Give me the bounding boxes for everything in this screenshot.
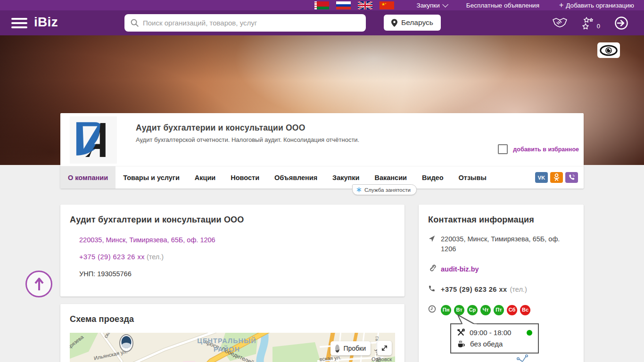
topbar-free-ads-label: Бесплатные объявления (466, 2, 539, 9)
favorite-label: добавить в избранное (513, 146, 579, 153)
header-icons: 0 (552, 10, 628, 35)
open-status-dot (527, 330, 532, 336)
company-card: Аудит бухгалтерии и консультации ООО Ауд… (60, 113, 584, 189)
search-input[interactable] (143, 19, 360, 27)
tab-reviews[interactable]: Отзывы (451, 166, 494, 189)
topbar-free-ads-link[interactable]: Бесплатные объявления (466, 2, 539, 9)
decorative-sketch (515, 354, 534, 362)
login-icon[interactable] (614, 16, 628, 30)
traffic-label: Пробки (343, 345, 366, 352)
day-fri[interactable]: Пт (494, 305, 504, 315)
views-eye-icon[interactable] (597, 42, 620, 58)
expand-icon (381, 345, 388, 352)
plus-icon: + (559, 1, 563, 9)
partners-handshake-icon[interactable] (552, 17, 568, 29)
map-title: Схема проезда (70, 314, 395, 324)
left-column: Аудит бухгалтерии и консультации ООО 220… (60, 205, 405, 362)
add-to-favorites[interactable]: добавить в избранное (498, 144, 579, 154)
day-thu[interactable]: Чт (480, 305, 491, 315)
contact-phone-suffix: (тел.) (510, 285, 527, 295)
topbar-add-organization-label: Добавить организацию (566, 2, 634, 9)
website-link[interactable]: audit-biz.by (441, 264, 479, 274)
contact-address-row: 220035, Минск, Тимирязева, 65Б, оф. 1206 (428, 234, 574, 254)
company-head: Аудит бухгалтерии и консультации ООО Ауд… (60, 113, 584, 166)
contact-phone[interactable]: +375 (29) 623 26 xx (441, 285, 507, 295)
language-flags: ★★ (314, 1, 394, 9)
day-sun[interactable]: Вс (520, 305, 530, 315)
clock-icon (428, 304, 441, 316)
hamburger-menu-button[interactable] (11, 18, 27, 28)
russia-flag[interactable] (336, 1, 351, 9)
day-mon[interactable]: Пн (441, 305, 451, 315)
about-unp: УНП: 193055766 (79, 270, 395, 278)
working-hours: 09:00 - 18:00 (470, 329, 511, 337)
location-selector-button[interactable]: Беларусь (384, 15, 441, 31)
svg-text:ЦЕНТРАЛЬНЫЙ: ЦЕНТРАЛЬНЫЙ (197, 337, 256, 345)
tools-icon (457, 329, 465, 337)
company-tabs: О компании Товары и услуги Акции Новости… (60, 166, 584, 189)
location-label: Беларусь (401, 18, 433, 27)
chevron-down-icon (442, 1, 448, 8)
phone-icon (428, 284, 441, 295)
route-map[interactable]: Тимирязева ская ул. Ильянская ул. просп.… (70, 333, 395, 362)
contact-website-row: audit-biz.by (428, 263, 574, 275)
tab-about[interactable]: О компании (60, 166, 116, 189)
china-flag[interactable]: ★★ (380, 1, 394, 9)
topbar-procurement-link[interactable]: Закупки (417, 2, 446, 9)
search-bar (124, 14, 366, 32)
tab-video[interactable]: Видео (414, 166, 451, 189)
svg-text:Орловск: Орловск (372, 356, 392, 362)
topbar-add-organization-link[interactable]: + Добавить организацию (559, 1, 634, 9)
navigation-arrow-icon (428, 234, 441, 254)
svg-text:Га: Га (374, 336, 380, 341)
favorites-stars-icon[interactable]: 0 (582, 16, 600, 30)
link-icon (428, 263, 441, 275)
schedule-row: Пн Вт Ср Чт Пт Сб Вс (428, 304, 574, 316)
contact-title: Контактная информация (428, 215, 574, 225)
employment-service-label: Служба занятости (364, 187, 411, 193)
scroll-to-top-button[interactable] (25, 271, 52, 297)
tab-news[interactable]: Новости (223, 166, 267, 189)
lunch-label: без обеда (470, 340, 503, 348)
day-sat[interactable]: Сб (507, 305, 517, 315)
map-card: Схема проезда (60, 304, 405, 362)
contact-phone-row: +375 (29) 623 26 xx (тел.) (428, 284, 574, 295)
company-texts: Аудит бухгалтерии и консультации ООО Ауд… (136, 116, 359, 166)
company-tagline: Аудит бухгалтерской отчетности. Налоговы… (136, 136, 359, 143)
viber-icon[interactable] (565, 172, 578, 183)
contact-address: 220035, Минск, Тимирязева, 65Б, оф. 1206 (441, 234, 574, 254)
arrow-up-icon (33, 277, 45, 292)
topbar: ★★ Закупки Бесплатные объявления + Добав… (0, 0, 644, 10)
contact-card: Контактная информация 220035, Минск, Тим… (419, 205, 584, 362)
company-logo (70, 116, 117, 164)
favorite-checkbox[interactable] (498, 144, 508, 154)
main-content: Аудит бухгалтерии и консультации ООО Ауд… (60, 113, 584, 362)
location-pin-icon (391, 19, 397, 27)
social-links: VK (535, 166, 578, 189)
vk-icon[interactable]: VK (535, 172, 548, 183)
svg-text:РАЙОН: РАЙОН (214, 345, 240, 353)
schedule-days: Пн Вт Ср Чт Пт Сб Вс (441, 305, 530, 315)
lunch-row: без обеда (457, 340, 532, 348)
employment-service-tooltip: Служба занятости (352, 184, 417, 195)
about-phone-link[interactable]: +375 (29) 623 26 xx (79, 253, 145, 261)
belarus-flag[interactable] (314, 1, 329, 9)
tab-ads[interactable]: Объявления (267, 166, 325, 189)
tab-promotions[interactable]: Акции (187, 166, 223, 189)
about-phone-suffix: (тел.) (147, 253, 164, 261)
map-fullscreen-button[interactable] (377, 341, 392, 355)
tab-products[interactable]: Товары и услуги (116, 166, 187, 189)
about-card: Аудит бухгалтерии и консультации ООО 220… (60, 205, 405, 296)
employment-service-icon (356, 187, 362, 192)
uk-flag[interactable] (358, 1, 372, 9)
map-photo-marker (120, 335, 133, 352)
hours-row: 09:00 - 18:00 (457, 329, 532, 337)
about-address-link[interactable]: 220035, Минск, Тимирязева, 65Б, оф. 1206 (79, 236, 215, 244)
company-name: Аудит бухгалтерии и консультации ООО (136, 123, 359, 133)
odnoklassniki-icon[interactable] (550, 172, 563, 183)
site-logo[interactable]: iBiz (34, 15, 58, 30)
traffic-toggle-button[interactable]: Пробки (330, 341, 371, 355)
favorites-count: 0 (597, 23, 600, 30)
about-title: Аудит бухгалтерии и консультации ООО (70, 215, 395, 225)
traffic-icon (335, 345, 339, 353)
